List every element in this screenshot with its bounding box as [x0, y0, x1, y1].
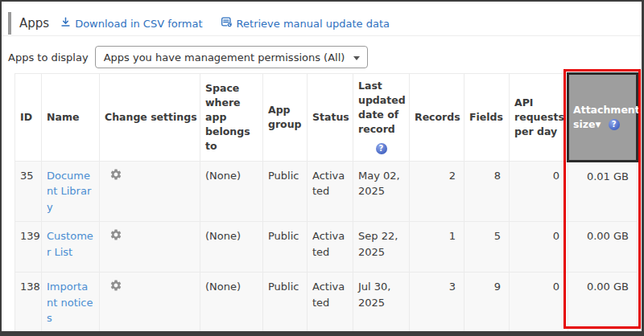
gear-icon[interactable]	[109, 279, 122, 292]
cell-name: Important notices	[42, 272, 100, 334]
cell-space: (None)	[200, 272, 263, 334]
page-title: Apps	[19, 16, 49, 31]
cell-id: 139	[15, 222, 42, 272]
cell-change-settings	[100, 333, 200, 336]
cell-status: Activated	[308, 222, 353, 272]
cell-last-updated: Jul 30, 2025	[353, 272, 410, 334]
cell-status: Activated	[308, 161, 353, 222]
column-header-fields: Fields	[464, 74, 510, 162]
column-header-app-group: App group	[263, 74, 308, 162]
chevron-down-icon	[353, 56, 360, 60]
cell-records: 0	[410, 333, 464, 336]
table-row: 35 Document Library (None) Public Activa…	[15, 161, 638, 222]
cell-app-group: Public	[263, 333, 308, 336]
cell-attachment-size: 0.00 GB	[568, 333, 638, 336]
retrieve-manual-update-link[interactable]: Retrieve manual update data	[221, 16, 390, 31]
cell-records: 2	[410, 161, 464, 222]
titlebar: Apps Download in CSV format Retrieve man…	[8, 12, 407, 35]
cell-records: 1	[410, 222, 464, 272]
cell-app-group: Public	[263, 222, 308, 272]
cell-id: 138	[15, 272, 42, 334]
cell-space: (None)	[200, 161, 263, 222]
gear-icon[interactable]	[109, 168, 122, 181]
cell-app-group: Public	[263, 272, 308, 334]
cell-space: (None)	[200, 222, 263, 272]
table-header-row: ID Name Change settings Space where app …	[15, 74, 638, 162]
cell-attachment-size: 0.01 GB	[568, 161, 638, 222]
help-icon[interactable]: ?	[376, 143, 387, 154]
cell-id: 137	[15, 333, 42, 336]
column-header-api-requests: API requests per day	[510, 74, 568, 162]
download-csv-link[interactable]: Download in CSV format	[60, 17, 202, 30]
cell-name: approval routes- Copy	[42, 333, 100, 336]
help-icon[interactable]: ?	[609, 119, 620, 130]
cell-change-settings	[100, 161, 200, 222]
retrieve-manual-update-label: Retrieve manual update data	[237, 18, 390, 30]
cell-fields: 4	[464, 333, 510, 336]
download-icon	[60, 17, 75, 30]
column-header-name: Name	[42, 74, 100, 162]
cell-fields: 8	[464, 161, 510, 222]
cell-name: Document Library	[42, 161, 100, 222]
column-header-attachment-size[interactable]: Attachment size▼ ?	[568, 74, 638, 162]
cell-name: Customer List	[42, 222, 100, 272]
cell-status: Activated	[308, 272, 353, 334]
apps-to-display-label: Apps to display	[8, 51, 89, 64]
cell-api-requests: 0	[510, 333, 568, 336]
column-header-last-updated: Last updated date of record ?	[353, 74, 410, 162]
header-divider	[2, 35, 642, 36]
app-name-link[interactable]: Important notices	[47, 281, 93, 324]
cell-last-updated: May 02, 2025	[353, 161, 410, 222]
cell-api-requests: 0	[510, 222, 568, 272]
cell-attachment-size: 0.00 GB	[568, 222, 638, 272]
cell-api-requests: 0	[510, 272, 568, 334]
cell-api-requests: 0	[510, 161, 568, 222]
filter-bar: Apps to display Apps you have management…	[8, 46, 368, 68]
column-header-change-settings: Change settings	[100, 74, 200, 162]
selected-option-label: Apps you have management permissions (Al…	[104, 51, 345, 64]
cell-id: 35	[15, 161, 42, 222]
sort-descending-icon: ▼	[595, 121, 601, 129]
cell-change-settings	[100, 222, 200, 272]
cell-last-updated: Jun 12, 2025	[353, 333, 410, 336]
screenshot-frame: Apps Download in CSV format Retrieve man…	[0, 0, 644, 336]
table-row: 137 approval routes- Copy (None) Public …	[15, 333, 638, 336]
apps-table: ID Name Change settings Space where app …	[14, 72, 638, 336]
column-header-id: ID	[15, 74, 42, 162]
cell-fields: 9	[464, 272, 510, 334]
download-csv-label: Download in CSV format	[75, 18, 202, 30]
column-header-records: Records	[410, 74, 464, 162]
apps-to-display-select[interactable]: Apps you have management permissions (Al…	[95, 46, 369, 68]
table-row: 138 Important notices (None) Public Acti…	[15, 272, 638, 334]
column-header-space: Space where app belongs to	[200, 74, 263, 162]
app-name-link[interactable]: Customer List	[47, 230, 93, 258]
cell-fields: 5	[464, 222, 510, 272]
cell-last-updated: Sep 22, 2025	[353, 222, 410, 272]
table-row: 139 Customer List (None) Public Activate…	[15, 222, 638, 272]
column-header-status: Status	[308, 74, 353, 162]
cell-space: (None)	[200, 333, 263, 336]
gear-icon[interactable]	[109, 228, 122, 241]
cell-status: Activated	[308, 333, 353, 336]
title-accent-bar	[8, 12, 11, 35]
database-refresh-icon	[221, 16, 237, 31]
cell-app-group: Public	[263, 161, 308, 222]
cell-change-settings	[100, 272, 200, 334]
app-name-link[interactable]: Document Library	[47, 170, 91, 213]
cell-attachment-size: 0.00 GB	[568, 272, 638, 334]
cell-records: 3	[410, 272, 464, 334]
